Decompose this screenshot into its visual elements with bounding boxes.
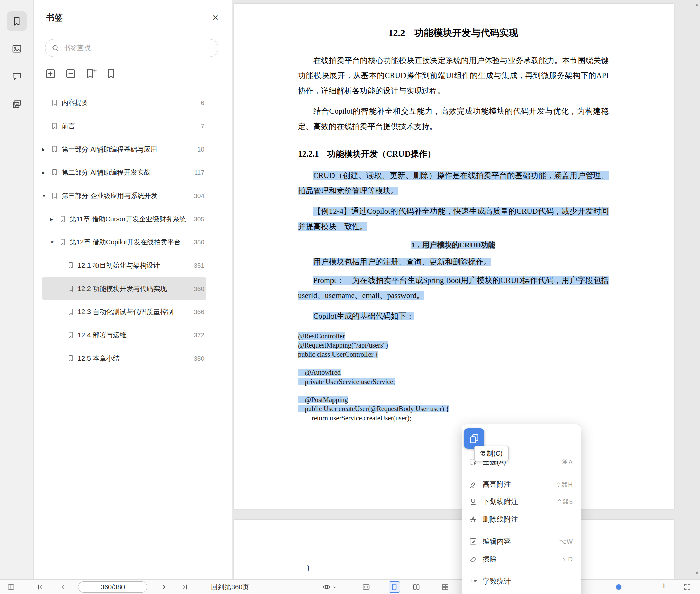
zoom-slider-handle[interactable]	[616, 584, 621, 590]
caret-spacer	[58, 307, 67, 310]
chevron-down-icon[interactable]: ▼	[50, 238, 59, 245]
menu-item-shortcut: ⇧⌘5	[557, 498, 573, 506]
caret-spacer	[58, 284, 67, 287]
selected-text[interactable]: Prompt： 为在线拍卖平台生成Spring Boot用户模块的CRUD操作代…	[298, 276, 609, 300]
pages-stack-icon: W	[12, 99, 22, 109]
bookmark-item[interactable]: 12.1 项目初始化与架构设计 351	[42, 254, 206, 277]
menu-divider	[467, 570, 576, 570]
selected-text[interactable]: 用户模块包括用户的注册、查询、更新和删除操作。	[313, 258, 491, 266]
code-text[interactable]: @RequestMapping("/api/users")	[298, 341, 388, 349]
bookmark-item[interactable]: 12.5 本章小结 380	[42, 347, 206, 370]
menu-item-erase[interactable]: 擦除 ⌥D	[462, 550, 581, 568]
code-text[interactable]: private UserService userService;	[298, 378, 395, 385]
fullscreen-icon[interactable]	[683, 583, 691, 591]
chevron-right-icon[interactable]: ▶	[42, 145, 51, 152]
collapse-all-icon[interactable]	[63, 67, 78, 80]
bookmark-label: 12.4 部署与运维	[78, 331, 190, 340]
menu-item-label: 编辑内容	[483, 537, 554, 546]
view-options-button[interactable]	[322, 583, 337, 591]
bookmark-flag-icon[interactable]	[104, 67, 118, 80]
menu-item-label: 字数统计	[483, 576, 568, 586]
bookmark-search-box[interactable]	[45, 39, 218, 57]
previous-page-icon[interactable]	[59, 583, 67, 591]
close-icon[interactable]: ×	[212, 12, 218, 23]
back-to-page-button[interactable]: 回到第360页	[211, 580, 249, 594]
highlight-icon	[469, 480, 478, 489]
bookmark-item[interactable]: ▶ 第11章 借助Cursor开发企业级财务系统 305	[42, 207, 206, 231]
bookmark-item[interactable]: 12.3 自动化测试与代码质量控制 366	[42, 300, 206, 324]
clips-panel-button[interactable]: W	[7, 94, 27, 114]
scroll-up-icon[interactable]: ▲	[694, 2, 699, 7]
bookmark-item[interactable]: 前言 7	[42, 114, 206, 138]
comments-panel-button[interactable]	[7, 67, 27, 86]
bookmark-item[interactable]: ▶ 第二部分 AI辅助编程开发实战 117	[42, 161, 206, 184]
selected-text[interactable]: CRUD（创建、读取、更新、删除）操作是在线拍卖平台的基础功能，涵盖用户管理、拍…	[298, 171, 609, 195]
next-page-icon[interactable]	[160, 583, 168, 591]
copy-button[interactable]	[464, 428, 484, 449]
code-block: @RestController @RequestMapping("/api/us…	[298, 332, 609, 423]
selected-text[interactable]: 1．用户模块的CRUD功能	[411, 241, 496, 249]
bookmark-item[interactable]: ▼ 第三部分 企业级应用与系统开发 304	[42, 184, 206, 207]
menu-item-strikethrough[interactable]: 删除线附注	[462, 510, 581, 528]
menu-item-highlight[interactable]: 高亮附注 ⇧⌘H	[462, 475, 581, 493]
zoom-in-icon[interactable]: +	[661, 580, 667, 592]
bookmark-icon	[51, 98, 62, 106]
bookmark-page: 360	[194, 285, 204, 293]
bookmarks-panel-button[interactable]	[7, 11, 27, 31]
menu-item-word-count[interactable]: 字数统计	[462, 572, 581, 590]
eye-icon	[322, 583, 331, 591]
bookmark-page: 372	[194, 332, 204, 339]
chevron-right-icon[interactable]: ▶	[42, 168, 51, 175]
bookmark-page: 380	[194, 355, 204, 362]
single-page-view-button[interactable]	[389, 581, 400, 593]
chevron-right-icon[interactable]: ▶	[50, 214, 59, 222]
code-text[interactable]: @RestController	[298, 332, 345, 340]
caret-spacer	[42, 98, 51, 101]
fit-width-icon[interactable]	[362, 583, 370, 591]
pdf-page: 12.2 功能模块开发与代码实现 在线拍卖平台的核心功能模块直接决定系统的用户体…	[234, 4, 674, 509]
menu-item-edit-content[interactable]: 编辑内容 ⌥W	[462, 533, 581, 550]
two-page-view-icon[interactable]	[412, 583, 420, 591]
bookmark-item[interactable]: 12.4 部署与运维 372	[42, 324, 206, 347]
page-indicator-input[interactable]: 360/380	[78, 581, 147, 593]
first-page-icon[interactable]	[36, 583, 44, 591]
single-page-icon	[390, 583, 398, 591]
selected-text[interactable]: 【例12-4】通过Copilot的代码补全功能，快速生成高质量的CRUD代码，减…	[298, 207, 609, 231]
bookmark-label: 第12章 借助Copilot开发在线拍卖平台	[70, 238, 190, 247]
bookmark-item-current[interactable]: 12.2 功能模块开发与代码实现 360	[42, 277, 206, 300]
bookmark-item[interactable]: ▶ 第一部分 AI辅助编程基础与应用 10	[42, 138, 206, 161]
thumbnail-grid-icon[interactable]	[441, 583, 449, 591]
bookmark-item[interactable]: 内容提要 6	[42, 91, 206, 114]
code-text[interactable]: @Autowired	[298, 369, 341, 376]
thumbnails-panel-button[interactable]	[7, 39, 27, 59]
caret-spacer	[42, 122, 51, 124]
menu-item-shortcut: ⌥D	[560, 555, 573, 563]
code-text[interactable]: public User createUser(@RequestBody User…	[298, 405, 449, 412]
scroll-down-icon[interactable]: ▼	[694, 570, 699, 576]
bookmark-icon	[67, 284, 78, 292]
bookmarks-sidebar: 书签 × 内容提要 6 前言 7	[34, 0, 232, 579]
menu-item-shortcut: ⌘A	[562, 458, 573, 466]
last-page-icon[interactable]	[181, 583, 189, 591]
expand-all-icon[interactable]	[43, 67, 58, 80]
search-input[interactable]	[64, 44, 212, 52]
left-panel-rail: W	[0, 0, 34, 579]
code-text[interactable]: public class UserController {	[298, 351, 378, 358]
bookmark-page: 350	[194, 239, 204, 246]
bookmark-icon	[51, 168, 62, 176]
bookmark-item[interactable]: ▼ 第12章 借助Copilot开发在线拍卖平台 350	[42, 231, 206, 254]
bookmark-label: 12.3 自动化测试与代码质量控制	[78, 307, 190, 317]
bookmark-icon	[67, 354, 78, 362]
code-text[interactable]: @PostMapping	[298, 396, 348, 403]
bookmark-icon	[67, 307, 78, 316]
selected-text[interactable]: Copilot生成的基础代码如下：	[313, 312, 414, 320]
menu-item-underline[interactable]: 下划线附注 ⇧⌘5	[462, 493, 581, 510]
chevron-down-icon[interactable]: ▼	[42, 191, 51, 198]
menu-item-label: 擦除	[483, 554, 555, 564]
copy-tooltip: 复制(C)	[474, 446, 509, 461]
caret-spacer	[58, 261, 67, 263]
sidebar-toggle-icon[interactable]	[7, 583, 15, 591]
menu-divider	[467, 530, 576, 530]
add-bookmark-icon[interactable]	[83, 67, 98, 80]
bookmark-page: 366	[194, 308, 204, 316]
